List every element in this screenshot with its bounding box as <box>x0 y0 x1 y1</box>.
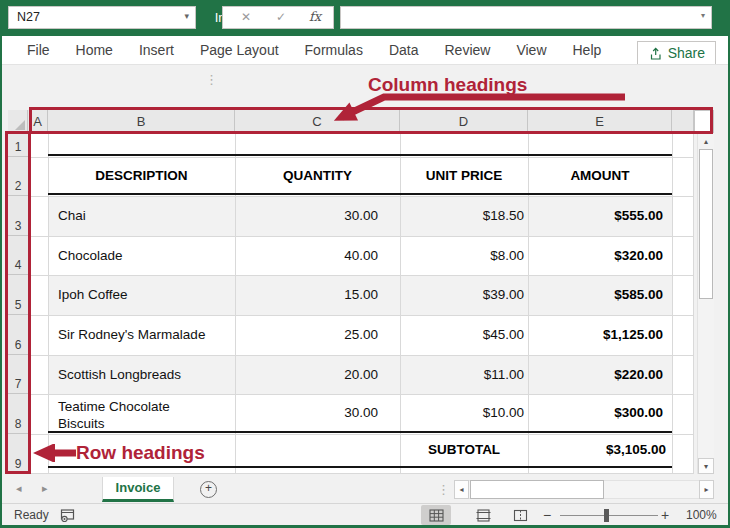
share-button[interactable]: Share <box>637 41 716 65</box>
cell-unit-price[interactable]: $45.00 <box>400 315 524 355</box>
formula-bar-separator: ⋮ <box>205 72 218 87</box>
cell-amount-header[interactable]: AMOUNT <box>528 157 672 194</box>
normal-view-button[interactable] <box>421 505 451 525</box>
cell-unit-price[interactable]: $8.00 <box>400 236 524 275</box>
page-layout-view-button[interactable] <box>468 505 498 525</box>
vertical-scrollbar-thumb[interactable] <box>699 149 713 299</box>
cancel-icon[interactable]: ✕ <box>241 10 251 24</box>
sheet-tab-invoice[interactable]: Invoice <box>102 477 174 502</box>
cell-description[interactable]: Ipoh Coffee <box>58 275 233 315</box>
cell-quantity-header[interactable]: QUANTITY <box>235 157 400 194</box>
cell-description[interactable]: Sir Rodney's Marmalade <box>58 315 233 355</box>
cell-description[interactable]: Chai <box>58 196 233 236</box>
sheet-tab-bar: ◂ ▸ Invoice + ⋮ ◂ ▸ <box>2 477 728 503</box>
share-label: Share <box>668 45 705 61</box>
cell-unit-price[interactable]: $39.00 <box>400 275 524 315</box>
formula-bar-expand-icon[interactable]: ▾ <box>701 11 705 20</box>
zoom-slider-thumb[interactable] <box>604 509 609 522</box>
horizontal-scrollbar-thumb[interactable] <box>470 480 604 499</box>
cell-description[interactable]: Chocolade <box>58 236 233 275</box>
cell-amount[interactable]: $585.00 <box>528 275 663 315</box>
formula-button-box: ✕ ✓ fx <box>222 6 334 29</box>
cell-description-header[interactable]: DESCRIPTION <box>48 157 235 194</box>
cell-subtotal-label[interactable]: SUBTOTAL <box>400 434 528 466</box>
name-box-value: N27 <box>17 10 40 24</box>
cell-unit-price[interactable]: $10.00 <box>400 394 524 432</box>
row-headings-highlight-box <box>5 131 31 474</box>
cell-quantity[interactable]: 40.00 <box>235 236 378 275</box>
tab-bar-separator: ⋮ <box>437 482 450 497</box>
name-box-caret-icon[interactable]: ▾ <box>184 11 189 21</box>
ribbon-tab-data[interactable]: Data <box>376 36 432 64</box>
select-all-triangle-icon <box>15 120 25 130</box>
share-icon <box>648 46 663 61</box>
cell-amount[interactable]: $220.00 <box>528 355 663 394</box>
ribbon-tab-view[interactable]: View <box>503 36 559 64</box>
cell-description[interactable]: Scottish Longbreads <box>58 355 233 394</box>
cell-amount[interactable]: $555.00 <box>528 196 663 236</box>
scroll-right-icon[interactable]: ▸ <box>699 480 714 499</box>
zoom-in-button[interactable]: + <box>661 507 669 523</box>
enter-icon[interactable]: ✓ <box>276 10 286 24</box>
zoom-slider-track[interactable] <box>560 515 658 516</box>
page-break-preview-button[interactable] <box>505 505 535 525</box>
new-sheet-button[interactable]: + <box>200 481 217 498</box>
macro-record-icon[interactable] <box>60 508 75 522</box>
cell-subtotal-amount[interactable]: $3,105.00 <box>528 434 666 466</box>
cell-amount[interactable]: $320.00 <box>528 236 663 275</box>
cell-unit-price-header[interactable]: UNIT PRICE <box>400 157 528 194</box>
status-mode: Ready <box>14 508 49 522</box>
status-bar: Ready − + 100% <box>2 503 728 526</box>
column-headings-arrow <box>320 88 632 126</box>
formula-bar-input[interactable]: ▾ <box>340 6 712 29</box>
ribbon-tab-home[interactable]: Home <box>63 36 126 64</box>
sheet-nav-right-icon[interactable]: ▸ <box>42 482 48 495</box>
excel-window: ↺ ▾ ↻ ▾ Invoice.xlsx - Excel ✕ File Home… <box>0 0 730 528</box>
ribbon-tab-insert[interactable]: Insert <box>126 36 187 64</box>
ribbon-tab-review[interactable]: Review <box>432 36 504 64</box>
cell-unit-price[interactable]: $18.50 <box>400 196 524 236</box>
row-headings-arrow <box>24 444 80 462</box>
row-headings-label: Row headings <box>76 442 205 464</box>
cell-quantity[interactable]: 25.00 <box>235 315 378 355</box>
cell-quantity[interactable]: 15.00 <box>235 275 378 315</box>
cell-description[interactable]: Teatime Chocolate Biscuits <box>58 398 198 432</box>
ribbon-tab-page-layout[interactable]: Page Layout <box>187 36 292 64</box>
cell-amount[interactable]: $1,125.00 <box>528 315 663 355</box>
insert-function-icon[interactable]: fx <box>309 9 321 24</box>
scroll-down-icon[interactable]: ▾ <box>698 458 714 474</box>
select-all-corner[interactable] <box>8 110 28 133</box>
zoom-out-button[interactable]: − <box>543 507 551 523</box>
scroll-up-icon[interactable]: ▴ <box>698 134 714 148</box>
window-border-left <box>0 36 2 528</box>
cell-quantity[interactable]: 20.00 <box>235 355 378 394</box>
scroll-left-icon[interactable]: ◂ <box>454 480 469 499</box>
ribbon-tab-formulas[interactable]: Formulas <box>292 36 376 64</box>
cell-quantity[interactable]: 30.00 <box>235 196 378 236</box>
cell-quantity[interactable]: 30.00 <box>235 394 378 432</box>
sheet-nav-left-icon[interactable]: ◂ <box>16 482 22 495</box>
zoom-level[interactable]: 100% <box>686 508 717 522</box>
cell-unit-price[interactable]: $11.00 <box>400 355 524 394</box>
name-box[interactable]: N27 ▾ <box>8 6 196 29</box>
ribbon-tab-row: File Home Insert Page Layout Formulas Da… <box>2 36 728 64</box>
ribbon-tab-help[interactable]: Help <box>560 36 615 64</box>
cell-amount[interactable]: $300.00 <box>528 394 663 432</box>
ribbon-tab-file[interactable]: File <box>14 36 63 64</box>
